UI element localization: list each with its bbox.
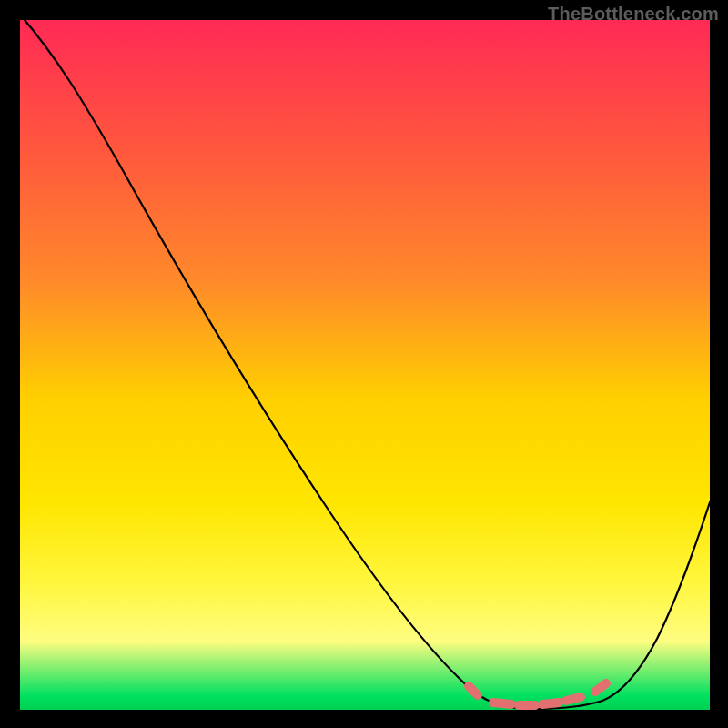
bottleneck-curve: [20, 20, 710, 710]
sweet-spot-markers: [469, 683, 606, 705]
curve-path: [20, 15, 710, 709]
chart-frame: TheBottleneck.com: [0, 0, 728, 728]
attribution-label: TheBottleneck.com: [548, 4, 719, 25]
plot-area: [20, 20, 710, 710]
